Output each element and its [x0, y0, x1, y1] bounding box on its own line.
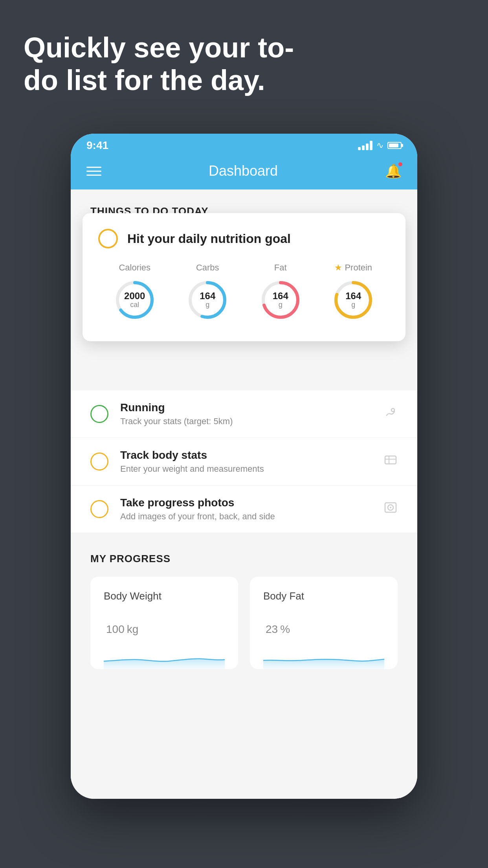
calories-label: Calories	[119, 263, 150, 273]
phone-mockup: 9:41 ∿ Dashboard 🔔 THINGS TO DO TODAY	[71, 134, 417, 799]
todo-item-photos[interactable]: Take progress photos Add images of your …	[71, 485, 417, 533]
signal-icon	[358, 141, 372, 150]
body-weight-title: Body Weight	[104, 590, 225, 602]
status-bar: 9:41 ∿	[71, 134, 417, 155]
nutrition-protein: ★ Protein 164 g	[332, 263, 375, 322]
fat-unit: g	[273, 301, 288, 309]
todo-content-body-stats: Track body stats Enter your weight and m…	[120, 449, 372, 474]
calories-ring: 2000 cal	[113, 278, 156, 322]
calories-unit: cal	[124, 301, 145, 309]
fat-value: 164	[273, 291, 288, 301]
card-circle-check[interactable]	[98, 229, 118, 248]
protein-unit: g	[345, 301, 361, 309]
todo-desc-body-stats: Enter your weight and measurements	[120, 464, 372, 474]
nutrition-fat: Fat 164 g	[259, 263, 302, 322]
carbs-ring: 164 g	[186, 278, 229, 322]
svg-point-14	[390, 507, 391, 508]
todo-circle-photos	[90, 500, 108, 518]
progress-cards: Body Weight 100kg	[90, 577, 398, 669]
nav-title: Dashboard	[209, 163, 278, 179]
body-stats-icon	[383, 453, 398, 471]
protein-label: ★ Protein	[334, 263, 372, 273]
svg-rect-9	[385, 456, 396, 464]
body-fat-value: 23%	[263, 614, 384, 638]
nav-bar: Dashboard 🔔	[71, 155, 417, 189]
battery-icon	[387, 142, 402, 149]
status-time: 9:41	[86, 139, 108, 152]
protein-value: 164	[345, 291, 361, 301]
todo-desc-running: Track your stats (target: 5km)	[120, 416, 372, 427]
protein-ring: 164 g	[332, 278, 375, 322]
todo-circle-running	[90, 405, 108, 423]
progress-title: MY PROGRESS	[90, 553, 398, 565]
body-fat-title: Body Fat	[263, 590, 384, 602]
todo-desc-photos: Add images of your front, back, and side	[120, 511, 372, 522]
nutrition-calories: Calories 2000 cal	[113, 263, 156, 322]
todo-content-photos: Take progress photos Add images of your …	[120, 497, 372, 522]
fat-label: Fat	[274, 263, 287, 273]
body-weight-card[interactable]: Body Weight 100kg	[90, 577, 238, 669]
todo-name-running: Running	[120, 401, 372, 414]
body-fat-card[interactable]: Body Fat 23%	[250, 577, 398, 669]
carbs-value: 164	[200, 291, 215, 301]
app-body: THINGS TO DO TODAY Hit your daily nutrit…	[71, 189, 417, 799]
card-header: Hit your daily nutrition goal	[98, 229, 390, 248]
todo-content-running: Running Track your stats (target: 5km)	[120, 401, 372, 427]
todo-item-running[interactable]: Running Track your stats (target: 5km)	[71, 390, 417, 438]
todo-name-photos: Take progress photos	[120, 497, 372, 509]
body-weight-value: 100kg	[104, 614, 225, 638]
todo-list: Running Track your stats (target: 5km) T…	[71, 390, 417, 533]
calories-value: 2000	[124, 291, 145, 301]
hero-headline: Quickly see your to-do list for the day.	[24, 31, 299, 97]
body-fat-sparkline	[263, 645, 384, 669]
protein-star-icon: ★	[334, 263, 342, 273]
card-title: Hit your daily nutrition goal	[127, 232, 291, 246]
todo-circle-body-stats	[90, 452, 108, 471]
hamburger-menu[interactable]	[86, 167, 101, 176]
fat-ring: 164 g	[259, 278, 302, 322]
body-weight-sparkline	[104, 645, 225, 669]
running-icon	[383, 405, 398, 423]
carbs-unit: g	[200, 301, 215, 309]
svg-point-8	[391, 408, 394, 412]
wifi-icon: ∿	[376, 140, 383, 151]
nutrition-row: Calories 2000 cal Carbs	[98, 263, 390, 322]
carbs-label: Carbs	[196, 263, 219, 273]
todo-item-body-stats[interactable]: Track body stats Enter your weight and m…	[71, 438, 417, 485]
notification-dot	[398, 162, 403, 167]
photos-icon	[383, 500, 398, 518]
progress-section: MY PROGRESS Body Weight 100kg	[71, 533, 417, 681]
nutrition-card: Hit your daily nutrition goal Calories 2…	[83, 213, 405, 341]
todo-name-body-stats: Track body stats	[120, 449, 372, 462]
status-icons: ∿	[358, 140, 402, 151]
notification-bell[interactable]: 🔔	[385, 163, 402, 179]
nutrition-carbs: Carbs 164 g	[186, 263, 229, 322]
